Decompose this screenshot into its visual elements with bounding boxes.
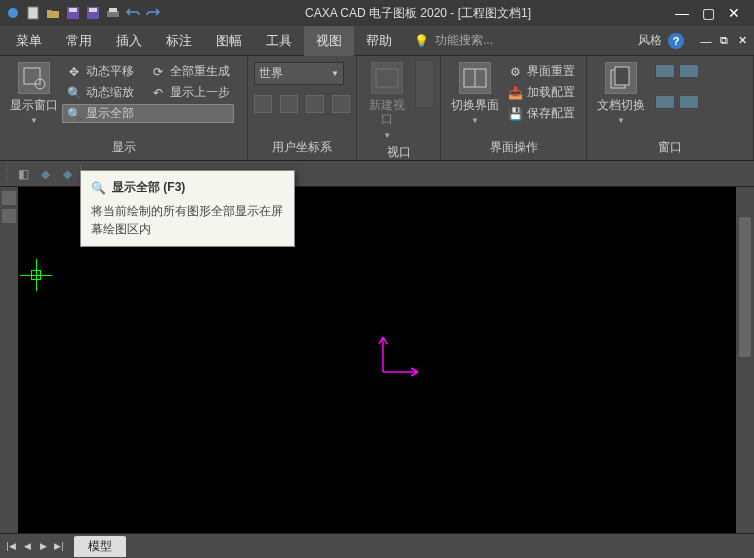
- model-tab[interactable]: 模型: [74, 536, 126, 557]
- window-controls: — ▢ ✕: [674, 5, 750, 21]
- window-title: CAXA CAD 电子图板 2020 - [工程图文档1]: [162, 5, 674, 22]
- left-rail: [0, 187, 18, 533]
- save-icon[interactable]: [64, 4, 82, 22]
- mdi-controls: — ⧉ ✕: [698, 33, 750, 49]
- new-viewport-button[interactable]: 新建视口 ▼: [363, 60, 411, 142]
- undo-icon[interactable]: [124, 4, 142, 22]
- app-icon[interactable]: [4, 4, 22, 22]
- tile-v-button[interactable]: [655, 95, 675, 109]
- redo-icon[interactable]: [144, 4, 162, 22]
- viewport-small-icons[interactable]: [415, 60, 434, 108]
- maximize-button[interactable]: ▢: [700, 5, 716, 21]
- qb-icon-3[interactable]: ◆: [58, 165, 76, 183]
- menu-annotate[interactable]: 标注: [154, 26, 204, 56]
- chevron-down-icon: ▼: [471, 116, 479, 125]
- menu-frame[interactable]: 图幅: [204, 26, 254, 56]
- tab-prev-button[interactable]: ◀: [20, 539, 34, 553]
- pan-icon: ✥: [66, 64, 82, 80]
- menu-common[interactable]: 常用: [54, 26, 104, 56]
- zoom-icon: 🔍: [66, 85, 82, 101]
- ucs-icon-3[interactable]: [306, 95, 324, 113]
- chevron-down-icon: ▼: [30, 116, 38, 125]
- titlebar: CAXA CAD 电子图板 2020 - [工程图文档1] — ▢ ✕: [0, 0, 754, 26]
- chevron-down-icon: ▼: [331, 69, 339, 78]
- load-config-button[interactable]: 📥加载配置: [503, 83, 579, 102]
- qb-icon-2[interactable]: ◆: [36, 165, 54, 183]
- svg-rect-8: [24, 68, 40, 84]
- mdi-restore[interactable]: ⧉: [716, 33, 732, 49]
- regen-all-button[interactable]: ⟳全部重生成: [146, 62, 234, 81]
- zoom-window-icon: [18, 62, 50, 94]
- save-icon-2[interactable]: [84, 4, 102, 22]
- rail-icon-1[interactable]: [2, 191, 16, 205]
- tooltip: 🔍显示全部 (F3) 将当前绘制的所有图形全部显示在屏幕绘图区内: [80, 170, 295, 247]
- zoom-all-icon: 🔍: [91, 181, 106, 195]
- menu-insert[interactable]: 插入: [104, 26, 154, 56]
- save-icon: 💾: [507, 106, 523, 122]
- tab-first-button[interactable]: |◀: [4, 539, 18, 553]
- ribbon-group-ucs: 世界▼ 用户坐标系: [248, 56, 357, 160]
- bottombar: |◀ ◀ ▶ ▶| 模型: [0, 533, 754, 558]
- zoom-extents-icon: 🔍: [66, 106, 82, 122]
- svg-rect-5: [89, 8, 97, 12]
- svg-rect-10: [376, 69, 398, 87]
- help-icon[interactable]: ?: [668, 33, 684, 49]
- qb-icon-1[interactable]: ◧: [14, 165, 32, 183]
- zoom-previous-button[interactable]: ↶显示上一步: [146, 83, 234, 102]
- svg-rect-7: [109, 8, 117, 12]
- zoom-dynamic-button[interactable]: 🔍动态缩放: [62, 83, 138, 102]
- menu-view[interactable]: 视图: [304, 26, 354, 56]
- style-selector[interactable]: 风格 ?: [638, 32, 690, 49]
- refresh-icon: ⟳: [150, 64, 166, 80]
- scrollbar-thumb[interactable]: [739, 217, 751, 357]
- switch-doc-button[interactable]: 文档切换 ▼: [593, 60, 649, 127]
- menu-help[interactable]: 帮助: [354, 26, 404, 56]
- ribbon-group-window: 文档切换 ▼ 窗口: [587, 56, 754, 160]
- switch-icon: [459, 62, 491, 94]
- rail-icon-2[interactable]: [2, 209, 16, 223]
- print-icon[interactable]: [104, 4, 122, 22]
- svg-rect-14: [615, 67, 629, 85]
- reset-interface-button[interactable]: ⚙界面重置: [503, 62, 579, 81]
- menu-tools[interactable]: 工具: [254, 26, 304, 56]
- tile-h-button[interactable]: [655, 64, 675, 78]
- pan-button[interactable]: ✥动态平移: [62, 62, 138, 81]
- ribbon-group-display: 显示窗口 ▼ ✥动态平移 ⟳全部重生成 🔍动态缩放 ↶显示上一步 🔍显示全部 显…: [0, 56, 248, 160]
- svg-rect-1: [28, 7, 38, 19]
- feature-search[interactable]: 💡 功能搜索...: [414, 32, 493, 49]
- cascade-button[interactable]: [679, 64, 699, 78]
- viewport-icon: [371, 62, 403, 94]
- ribbon-group-viewport: 新建视口 ▼ 视口: [357, 56, 441, 160]
- mdi-minimize[interactable]: —: [698, 33, 714, 49]
- save-config-button[interactable]: 💾保存配置: [503, 104, 579, 123]
- ribbon-group-interface: 切换界面 ▼ ⚙界面重置 📥加载配置 💾保存配置 界面操作: [441, 56, 587, 160]
- minimize-button[interactable]: —: [674, 5, 690, 21]
- open-icon[interactable]: [44, 4, 62, 22]
- reset-icon: ⚙: [507, 64, 523, 80]
- menu-main[interactable]: 菜单: [4, 26, 54, 56]
- mdi-close[interactable]: ✕: [734, 33, 750, 49]
- ucs-icon-1[interactable]: [254, 95, 272, 113]
- svg-rect-3: [69, 8, 77, 12]
- ucs-icon-2[interactable]: [280, 95, 298, 113]
- tab-next-button[interactable]: ▶: [36, 539, 50, 553]
- chevron-down-icon: ▼: [383, 131, 391, 140]
- svg-point-0: [8, 8, 18, 18]
- new-icon[interactable]: [24, 4, 42, 22]
- switch-interface-button[interactable]: 切换界面 ▼: [447, 60, 503, 127]
- docs-icon: [605, 62, 637, 94]
- bulb-icon: 💡: [414, 34, 429, 48]
- ucs-icon-4[interactable]: [332, 95, 350, 113]
- close-button[interactable]: ✕: [726, 5, 742, 21]
- tab-nav: |◀ ◀ ▶ ▶|: [4, 539, 66, 553]
- ucs-dropdown[interactable]: 世界▼: [254, 62, 344, 85]
- ribbon: 显示窗口 ▼ ✥动态平移 ⟳全部重生成 🔍动态缩放 ↶显示上一步 🔍显示全部 显…: [0, 56, 754, 161]
- tab-last-button[interactable]: ▶|: [52, 539, 66, 553]
- menubar: 菜单 常用 插入 标注 图幅 工具 视图 帮助 💡 功能搜索... 风格 ? —…: [0, 26, 754, 56]
- chevron-down-icon: ▼: [617, 116, 625, 125]
- load-icon: 📥: [507, 85, 523, 101]
- show-window-button[interactable]: 显示窗口 ▼: [6, 60, 62, 127]
- vertical-scrollbar[interactable]: [736, 187, 754, 533]
- arrange-button[interactable]: [679, 95, 699, 109]
- zoom-all-button[interactable]: 🔍显示全部: [62, 104, 234, 123]
